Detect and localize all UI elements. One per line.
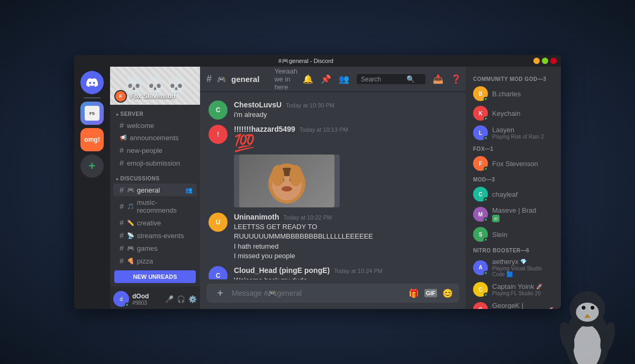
member-name: aetheryx bbox=[492, 258, 519, 266]
msg-content: !!!!!!!hazzard5499 Today at 10:13 PM 💯 bbox=[234, 125, 457, 207]
boost-icon: 🚀 bbox=[536, 284, 542, 289]
user-tag: #9803 bbox=[132, 300, 162, 306]
channel-creative[interactable]: # ✏️ creative bbox=[113, 216, 197, 229]
member-name: Lasyen bbox=[492, 126, 544, 134]
msg-header: ChestoLuvsU Today at 10:30 PM bbox=[234, 101, 457, 109]
window-body: FS omg! + 💀💀💀 bbox=[74, 67, 561, 309]
member-maseve-brad[interactable]: M Maseve | Brad ID bbox=[470, 204, 557, 224]
member-slein[interactable]: S Slein bbox=[470, 225, 557, 244]
members-icon[interactable]: 👥 bbox=[339, 74, 349, 84]
member-section-fox: FOX—1 bbox=[470, 143, 557, 154]
channel-announcements[interactable]: 📢 announcements bbox=[113, 132, 197, 144]
member-status bbox=[484, 238, 488, 242]
member-fox-stevenson[interactable]: F Fox Stevenson bbox=[470, 154, 557, 173]
mute-button[interactable]: 🎤 bbox=[165, 295, 174, 303]
member-avatar: S bbox=[473, 227, 488, 242]
msg-image bbox=[234, 154, 340, 207]
msg-timestamp: Today at 10:24 PM bbox=[334, 268, 383, 274]
channel-topic: Yeeaah we in here bbox=[274, 67, 297, 91]
server-icon-fox-stevenson[interactable]: FS bbox=[80, 102, 104, 125]
badge-id: ID bbox=[492, 215, 500, 222]
section-server[interactable]: SERVER bbox=[110, 105, 200, 119]
channel-emoji-submission[interactable]: # emoji-submission bbox=[113, 157, 197, 169]
member-avatar: B bbox=[473, 86, 488, 101]
member-avatar: K bbox=[473, 106, 488, 121]
msg-author[interactable]: Uninanimoth bbox=[234, 213, 279, 221]
msg-content: Cloud_Head (pingE pongE) Today at 10:24 … bbox=[234, 266, 457, 279]
msg-text: I missed you people bbox=[234, 251, 457, 261]
svg-point-19 bbox=[282, 186, 292, 192]
msg-header: !!!!!!!hazzard5499 Today at 10:13 PM bbox=[234, 125, 457, 133]
minimize-button[interactable] bbox=[533, 58, 540, 64]
member-status bbox=[484, 217, 488, 222]
member-info: GeorgeK | Zelvan 🚀 bbox=[492, 302, 554, 309]
gif-icon[interactable]: GIF bbox=[424, 289, 437, 297]
msg-avatar: C bbox=[208, 266, 228, 279]
member-aetheryx[interactable]: A aetheryx 💎 Playing Visual Studio Code … bbox=[470, 256, 557, 279]
member-avatar: G bbox=[473, 302, 488, 309]
close-button[interactable] bbox=[550, 58, 557, 64]
channel-music-recommends[interactable]: # 🎵 music-recommends bbox=[113, 196, 197, 216]
channel-new-people[interactable]: # new-people bbox=[113, 144, 197, 157]
inbox-icon[interactable]: 📥 bbox=[433, 74, 443, 84]
member-status bbox=[484, 136, 488, 140]
msg-author[interactable]: ChestoLuvsU bbox=[234, 101, 282, 109]
search-input[interactable] bbox=[361, 76, 403, 83]
member-b-charles[interactable]: B B.charles bbox=[470, 84, 557, 103]
message-group: ! !!!!!!!hazzard5499 Today at 10:13 PM 💯 bbox=[206, 123, 459, 210]
channel-games[interactable]: # 🎮 games bbox=[113, 242, 197, 254]
window-title: #🎮general - Discord bbox=[78, 58, 533, 65]
message-group: C ChestoLuvsU Today at 10:30 PM i'm alre… bbox=[206, 98, 459, 122]
member-avatar: F bbox=[473, 156, 488, 171]
channel-header: # 🎮 general Yeeaah we in here 🔔 📌 👥 🔍 📥 bbox=[200, 67, 466, 92]
msg-author[interactable]: Cloud_Head (pingE pongE) bbox=[234, 266, 330, 275]
section-discussions[interactable]: DISCUSSIONS bbox=[110, 169, 200, 184]
member-info: Lasyen Playing Risk of Rain 2 bbox=[492, 126, 544, 140]
messages-list: C ChestoLuvsU Today at 10:30 PM i'm alre… bbox=[200, 92, 466, 279]
svg-point-7 bbox=[591, 306, 594, 310]
member-lasyen[interactable]: L Lasyen Playing Risk of Rain 2 bbox=[470, 123, 557, 142]
member-keychain[interactable]: K Keychain bbox=[470, 104, 557, 123]
server-icon-omg[interactable]: omg! bbox=[80, 128, 104, 151]
member-name: Slein bbox=[492, 231, 507, 239]
channel-streams-events[interactable]: # 📡 streams-events bbox=[113, 229, 197, 242]
server-icon-discord-home[interactable] bbox=[80, 71, 104, 94]
channel-sidebar-banner: 💀💀💀 F Fox Stevenson bbox=[110, 67, 200, 105]
channel-pizza[interactable]: # 🍕 pizza bbox=[113, 254, 197, 267]
channel-general-active[interactable]: # 🎮 general 👥 bbox=[113, 184, 197, 196]
member-chayleaf[interactable]: C chayleaf bbox=[470, 185, 557, 204]
channel-hash-icon: # bbox=[206, 74, 212, 85]
add-server-button[interactable]: + bbox=[80, 154, 104, 178]
member-status bbox=[484, 97, 488, 101]
message-input-area: + 🎁 GIF 😊 bbox=[200, 279, 466, 309]
maximize-button[interactable] bbox=[542, 58, 548, 64]
msg-author[interactable]: !!!!!!!hazzard5499 bbox=[234, 125, 295, 133]
notification-icon[interactable]: 🔔 bbox=[303, 74, 313, 84]
help-icon[interactable]: ❓ bbox=[451, 74, 461, 84]
gift-icon[interactable]: 🎁 bbox=[409, 288, 419, 298]
channel-sidebar: 💀💀💀 F Fox Stevenson SERVER # welcom bbox=[110, 67, 200, 309]
user-info: dOod #9803 bbox=[132, 293, 162, 306]
msg-text: LEETTSS GET READY TO RUUUUUUMMMBBBBBBBBL… bbox=[234, 222, 457, 241]
member-georgek-zelvan[interactable]: G GeorgeK | Zelvan 🚀 bbox=[470, 299, 557, 309]
member-name: Maseve | Brad bbox=[492, 206, 537, 214]
member-captain-yoink[interactable]: C Captain Yoink 🚀 Playing FL Studio 20 bbox=[470, 280, 557, 299]
search-bar[interactable]: 🔍 bbox=[357, 74, 425, 84]
channel-welcome[interactable]: # welcome bbox=[113, 119, 197, 132]
user-avatar: d bbox=[113, 291, 129, 307]
attach-button[interactable]: + bbox=[213, 287, 228, 299]
pin-icon[interactable]: 📌 bbox=[321, 74, 331, 84]
emoji-icon[interactable]: 😊 bbox=[442, 288, 453, 298]
message-group: C Cloud_Head (pingE pongE) Today at 10:2… bbox=[206, 264, 459, 279]
boost-icon-2: 🚀 bbox=[547, 307, 554, 310]
msg-text: I hath returned bbox=[234, 242, 457, 251]
new-unreads-button[interactable]: NEW UNREADS bbox=[114, 270, 196, 283]
member-info: Maseve | Brad ID bbox=[492, 206, 537, 222]
member-info: chayleaf bbox=[492, 190, 518, 198]
message-input[interactable] bbox=[232, 284, 404, 303]
member-avatar: C bbox=[473, 187, 488, 202]
msg-timestamp: Today at 10:30 PM bbox=[286, 102, 334, 108]
deafen-button[interactable]: 🎧 bbox=[177, 295, 185, 303]
settings-button[interactable]: ⚙️ bbox=[188, 295, 197, 303]
member-avatar: C bbox=[473, 282, 488, 297]
